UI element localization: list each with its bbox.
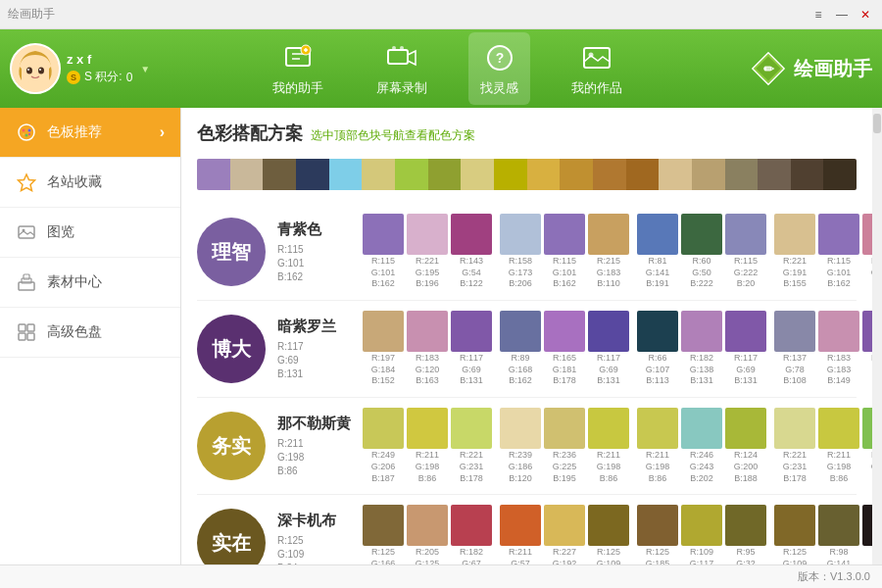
color-block[interactable] bbox=[500, 214, 541, 255]
color-block[interactable] bbox=[407, 214, 448, 255]
color-block[interactable] bbox=[681, 214, 722, 255]
color-block[interactable] bbox=[588, 311, 629, 352]
color-block[interactable] bbox=[500, 505, 541, 546]
sidebar-item-materials[interactable]: 素材中心 bbox=[0, 258, 180, 308]
color-block[interactable] bbox=[544, 505, 585, 546]
menu-button[interactable]: ≡ bbox=[809, 6, 827, 24]
color-block[interactable] bbox=[588, 505, 629, 546]
color-block-wrap: R:115 G:101 B:162 bbox=[363, 214, 404, 290]
color-block[interactable] bbox=[451, 505, 492, 546]
color-block[interactable] bbox=[500, 311, 541, 352]
color-strip-swatch[interactable] bbox=[692, 159, 725, 190]
sidebar-item-advanced[interactable]: 高级色盘 bbox=[0, 308, 180, 358]
color-block[interactable] bbox=[774, 311, 815, 352]
color-strip-swatch[interactable] bbox=[395, 159, 428, 190]
color-block[interactable] bbox=[588, 214, 629, 255]
brand-logo-icon: ✏ bbox=[751, 51, 786, 86]
scheme-circle[interactable]: 务实 bbox=[197, 412, 266, 480]
color-group: R:249 G:206 B:187R:211 G:198 B:86R:221 G… bbox=[363, 408, 492, 484]
color-block[interactable] bbox=[818, 505, 859, 546]
color-block[interactable] bbox=[588, 408, 629, 449]
color-block[interactable] bbox=[818, 408, 859, 449]
color-strip-swatch[interactable] bbox=[527, 159, 561, 190]
color-block[interactable] bbox=[451, 311, 492, 352]
color-block-wrap: R:125 G:185 B:125 bbox=[637, 505, 678, 564]
sidebar-item-palette[interactable]: 色板推荐 › bbox=[0, 108, 180, 158]
nav-item-record[interactable]: 屏幕录制 bbox=[365, 32, 439, 105]
sidebar-item-gallery[interactable]: 图览 bbox=[0, 208, 180, 258]
user-dropdown-arrow[interactable]: ▼ bbox=[140, 64, 150, 74]
color-strip-swatch[interactable] bbox=[725, 159, 759, 190]
svg-text:?: ? bbox=[495, 50, 504, 66]
scheme-base-rgb: R:125 G:109 B:34 bbox=[277, 534, 351, 564]
color-block[interactable] bbox=[544, 408, 585, 449]
color-block-wrap: R:211 G:198 B:86 bbox=[588, 408, 629, 484]
color-strip-swatch[interactable] bbox=[197, 159, 230, 190]
color-strip-swatch[interactable] bbox=[560, 159, 593, 190]
color-block[interactable] bbox=[725, 408, 766, 449]
scrollbar-thumb[interactable] bbox=[873, 114, 881, 133]
close-button[interactable]: ✕ bbox=[857, 6, 874, 24]
color-block[interactable] bbox=[725, 311, 766, 352]
color-block[interactable] bbox=[637, 311, 678, 352]
svg-point-5 bbox=[39, 69, 41, 71]
color-block[interactable] bbox=[544, 214, 585, 255]
color-strip-swatch[interactable] bbox=[362, 159, 395, 190]
color-block[interactable] bbox=[862, 214, 872, 255]
color-block[interactable] bbox=[774, 408, 815, 449]
color-block[interactable] bbox=[407, 311, 448, 352]
color-strip-swatch[interactable] bbox=[428, 159, 462, 190]
color-strip-swatch[interactable] bbox=[758, 159, 791, 190]
color-block[interactable] bbox=[637, 214, 678, 255]
color-block[interactable] bbox=[681, 408, 722, 449]
color-rgb-label: R:221 G:231 B:178 bbox=[460, 450, 484, 484]
materials-icon bbox=[16, 271, 37, 293]
color-block[interactable] bbox=[363, 505, 404, 546]
color-strip-swatch[interactable] bbox=[461, 159, 494, 190]
color-block[interactable] bbox=[500, 408, 541, 449]
color-strip-swatch[interactable] bbox=[823, 159, 857, 190]
color-strip-swatch[interactable] bbox=[494, 159, 527, 190]
color-strip-swatch[interactable] bbox=[329, 159, 363, 190]
color-block[interactable] bbox=[774, 505, 815, 546]
color-block[interactable] bbox=[363, 311, 404, 352]
avatar[interactable] bbox=[10, 43, 61, 94]
color-block[interactable] bbox=[407, 505, 448, 546]
color-block[interactable] bbox=[363, 408, 404, 449]
color-block[interactable] bbox=[681, 311, 722, 352]
nav-item-works[interactable]: 我的作品 bbox=[560, 32, 634, 105]
color-block[interactable] bbox=[451, 408, 492, 449]
nav-item-assistant[interactable]: 我的助手 bbox=[261, 32, 335, 105]
color-block[interactable] bbox=[544, 311, 585, 352]
color-block[interactable] bbox=[681, 505, 722, 546]
color-block[interactable] bbox=[637, 408, 678, 449]
color-block[interactable] bbox=[862, 311, 872, 352]
color-strip-swatch[interactable] bbox=[593, 159, 626, 190]
color-block[interactable] bbox=[637, 505, 678, 546]
scrollbar[interactable] bbox=[872, 108, 882, 564]
color-block[interactable] bbox=[407, 408, 448, 449]
color-block[interactable] bbox=[774, 214, 815, 255]
color-block[interactable] bbox=[862, 408, 872, 449]
minimize-button[interactable]: — bbox=[833, 6, 851, 24]
color-block[interactable] bbox=[725, 214, 766, 255]
color-strip-swatch[interactable] bbox=[791, 159, 824, 190]
color-block[interactable] bbox=[818, 311, 859, 352]
color-block[interactable] bbox=[363, 214, 404, 255]
color-strip-swatch[interactable] bbox=[626, 159, 660, 190]
color-strip-swatch[interactable] bbox=[659, 159, 692, 190]
scheme-circle[interactable]: 理智 bbox=[197, 218, 266, 286]
scheme-circle[interactable]: 实在 bbox=[197, 509, 266, 564]
nav-item-inspiration[interactable]: ? 找灵感 bbox=[468, 32, 530, 105]
color-block[interactable] bbox=[725, 505, 766, 546]
color-block[interactable] bbox=[862, 505, 872, 546]
color-strip-swatch[interactable] bbox=[263, 159, 296, 190]
scheme-row: 务实那不勒斯黄R:211 G:198 B:86R:249 G:206 B:187… bbox=[197, 398, 857, 495]
sidebar-item-favorites[interactable]: 名站收藏 bbox=[0, 158, 180, 208]
color-strip-swatch[interactable] bbox=[230, 159, 264, 190]
scheme-circle[interactable]: 博大 bbox=[197, 315, 266, 383]
color-strip-swatch[interactable] bbox=[296, 159, 329, 190]
color-block[interactable] bbox=[818, 214, 859, 255]
assistant-icon bbox=[280, 40, 316, 75]
color-block[interactable] bbox=[451, 214, 492, 255]
